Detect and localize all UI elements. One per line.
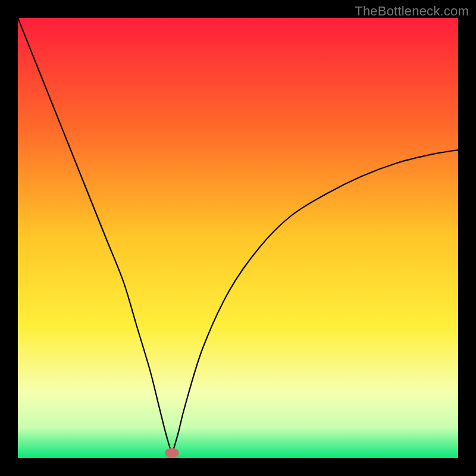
chart-background: [18, 18, 458, 458]
optimal-point-marker: [165, 448, 179, 458]
chart-bottleneck: [18, 18, 458, 458]
chart-svg: [18, 18, 458, 458]
watermark-text: TheBottleneck.com: [355, 4, 469, 19]
